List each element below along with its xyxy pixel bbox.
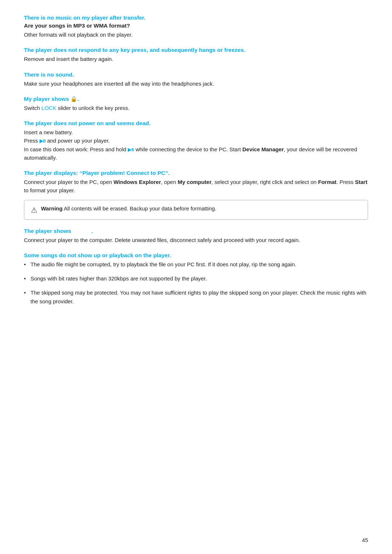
lock-word: LOCK — [41, 105, 56, 111]
no-respond-heading: The player does not respond to any key p… — [24, 47, 368, 53]
bullet-item-1: The audio file might be corrupted, try t… — [24, 260, 368, 268]
no-sound-section: There is no sound. Make sure your headph… — [24, 71, 368, 88]
no-power-line3-prefix: In case this does not work: Press and ho… — [24, 146, 128, 152]
no-respond-section: The player does not respond to any key p… — [24, 47, 368, 63]
no-power-section: The player does not power on and seems d… — [24, 120, 368, 162]
no-power-line3: In case this does not work: Press and ho… — [24, 145, 368, 162]
no-respond-body: Remove and insert the battery again. — [24, 55, 368, 63]
player-problem-end: to format your player. — [24, 187, 75, 193]
no-music-heading: There is no music on my player after tra… — [24, 15, 368, 21]
start-text: Start — [355, 179, 367, 185]
lock-section: My player shows 🔒. Switch LOCK slider to… — [24, 96, 368, 112]
lock-symbol-heading: 🔒 — [70, 96, 77, 102]
device-manager-text: Device Manager — [242, 146, 284, 152]
warning-text-container: Warning All contents will be erased. Bac… — [41, 205, 216, 212]
format-text: Format — [318, 179, 336, 185]
lock-body-prefix: Switch — [24, 105, 41, 111]
no-sound-heading: There is no sound. — [24, 71, 368, 78]
player-problem-body: Connect your player to the PC, open Wind… — [24, 178, 368, 195]
warning-body: All contents will be erased. Backup your… — [62, 205, 216, 212]
player-problem-heading: The player displays: “Player problem! Co… — [24, 170, 368, 176]
no-music-section: There is no music on my player after tra… — [24, 15, 368, 39]
no-power-line3-suffix: while connecting the device to the PC. S… — [134, 146, 242, 152]
player-problem-mid1: , open — [161, 179, 178, 185]
no-sound-body: Make sure your headphones are inserted a… — [24, 79, 368, 88]
windows-explorer-text: Windows Explorer — [114, 179, 161, 185]
play-pause-icon-1: ▶II — [40, 138, 46, 144]
no-power-line2-prefix: Press — [24, 138, 40, 144]
memory-full-body: Connect your player to the computer. Del… — [24, 236, 368, 244]
bullet-item-3: The skipped song may be protected. You m… — [24, 288, 368, 305]
player-problem-prefix: Connect your player to the PC, open — [24, 179, 114, 185]
lock-body-suffix: slider to unlock the key press. — [56, 105, 130, 111]
no-power-line2-suffix: and power up your player. — [46, 138, 110, 144]
player-problem-section: The player displays: “Player problem! Co… — [24, 170, 368, 220]
my-computer-text: My computer — [177, 179, 211, 185]
no-music-subheading: Are your songs in MP3 or WMA format? — [24, 22, 368, 29]
player-problem-mid2: , select your player, right click and se… — [212, 179, 318, 185]
no-music-body: Other formats will not playback on the p… — [24, 30, 368, 39]
lock-body: Switch LOCK slider to unlock the key pre… — [24, 104, 368, 112]
no-power-heading: The player does not power on and seems d… — [24, 120, 368, 127]
warning-icon: ⚠ — [31, 206, 37, 214]
songs-not-show-heading: Some songs do not show up or playback on… — [24, 252, 368, 259]
memory-full-prefix: The player shows — [24, 228, 71, 234]
warning-label: Warning — [41, 205, 62, 212]
songs-bullet-list: The audio file might be corrupted, try t… — [24, 260, 368, 305]
lock-heading-prefix: My player shows — [24, 96, 70, 102]
play-pause-icon-2: ▶II — [128, 147, 134, 152]
warning-box: ⚠ Warning All contents will be erased. B… — [24, 200, 368, 220]
page-number: 45 — [362, 537, 368, 543]
no-power-body: Insert a new battery. Press ▶II and powe… — [24, 128, 368, 162]
songs-not-show-section: Some songs do not show up or playback on… — [24, 252, 368, 305]
no-power-line1: Insert a new battery. — [24, 128, 368, 136]
bullet-item-2: Songs with bit rates higher than 320kbps… — [24, 274, 368, 283]
lock-heading-suffix: . — [77, 96, 79, 102]
no-power-line2: Press ▶II and power up your player. — [24, 136, 368, 145]
memory-full-heading: The player shows . — [24, 228, 368, 234]
memory-full-suffix: . — [91, 228, 93, 234]
memory-full-section: The player shows . Connect your player t… — [24, 228, 368, 244]
player-problem-mid3: . Press — [336, 179, 355, 185]
lock-heading: My player shows 🔒. — [24, 96, 368, 102]
